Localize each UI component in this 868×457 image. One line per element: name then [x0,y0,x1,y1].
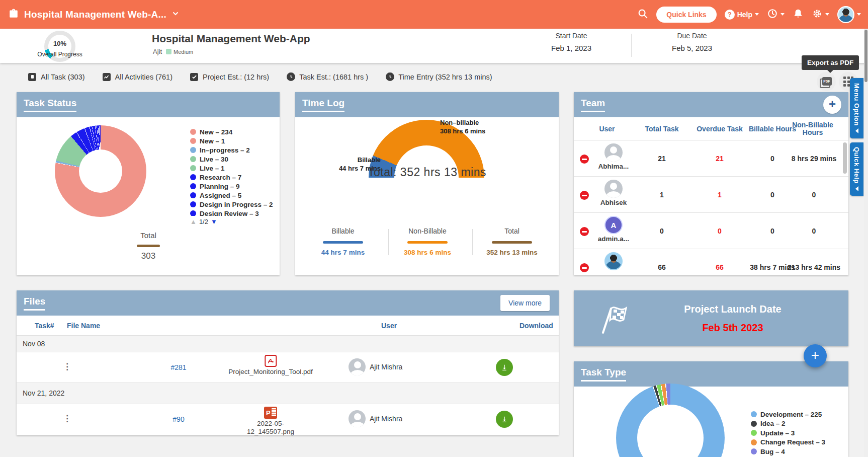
launch-date: Feb 5th 2023 [632,322,833,334]
tab-label: Task Est.: (1681 hrs ) [299,73,368,81]
legend-item[interactable]: Live – 1 [190,164,273,173]
floating-add-button[interactable] [804,344,827,367]
remove-member-button[interactable] [580,155,589,164]
task-status-donut-chart [55,125,146,217]
legend-item[interactable]: Idea – 2 [751,419,825,429]
pdf-file-icon [265,355,277,367]
legend-dot [190,192,196,198]
legend-dot [190,147,196,153]
task-square-icon [28,72,37,82]
remove-member-button[interactable] [580,263,589,272]
col-total-task: Total Task [639,117,684,140]
clock-icon [767,8,778,21]
task-status-total: Total 303 [113,231,184,261]
project-launch-card: Project Launch Date Feb 5th 2023 [574,290,848,346]
team-scrollbar[interactable] [843,142,847,174]
legend-dot [190,183,196,189]
activity-chart-icon [102,72,111,82]
due-date-value: Feb 5, 2023 [652,44,732,52]
billable-stat: Billable 44 hrs 7 mins [305,227,381,256]
tab-all-activities[interactable]: All Activities (761) [102,72,172,82]
legend-item[interactable]: Live – 30 [190,155,273,164]
row-menu-kebab-icon[interactable] [63,413,71,424]
time-menu[interactable] [767,8,785,21]
legend-item[interactable]: In–progress – 2 [190,145,273,155]
avatar [604,143,623,162]
user-avatar [837,6,854,23]
avatar [604,180,623,198]
start-date: Start Date Feb 1, 2023 [531,32,612,52]
legend-item[interactable]: Change Request – 3 [751,438,825,447]
tab-all-task[interactable]: All Task (303) [28,72,85,82]
priority-label: Medium [173,49,193,55]
export-pdf-button[interactable]: PDF [817,72,836,91]
start-date-label: Start Date [531,32,612,40]
legend-dot [190,201,196,207]
page-title: Hospital Management Web-App [152,33,310,45]
pdf-icon: PDF [821,77,832,87]
total-underline [137,245,160,247]
user-menu[interactable] [837,6,861,23]
task-number-link[interactable]: #90 [172,404,184,434]
task-number-link[interactable]: #281 [170,352,186,383]
legend-dot [751,430,757,436]
menu-option-tab[interactable]: Menu Option [850,78,863,138]
project-owner: Ajit [153,48,162,55]
help-label: Help [737,11,752,19]
legend-item[interactable]: Bug – 4 [751,447,825,456]
legend-dot [190,174,196,180]
table-row: Abhisek 1 1 0 0 [574,177,848,213]
row-menu-kebab-icon[interactable] [63,361,71,372]
team-table-header: User Total Task Overdue Task Billable Ho… [574,117,848,140]
page-scrollbar[interactable] [864,29,868,457]
file-cell: Project_Monitoring_Tool.pdf [228,355,312,376]
legend-item[interactable]: Update – 3 [751,428,825,438]
time-log-stats: Billable 44 hrs 7 mins Non-Billable 308 … [295,227,559,262]
col-user: User [381,316,397,336]
legend-page-up-icon[interactable]: ▲ [190,218,197,225]
legend-item[interactable]: Research – 7 [190,173,273,182]
legend-item[interactable]: Design in Progress – 2 [190,200,273,209]
chevron-down-icon[interactable] [171,10,180,20]
remove-member-button[interactable] [580,227,589,236]
team-title: Team [581,98,605,112]
settings-menu[interactable] [812,8,829,21]
caret-down-icon [857,13,861,16]
time-log-total: Total: 352 hrs 13 mins [326,166,528,179]
col-download: Download [519,316,553,336]
help-menu[interactable]: Help [725,10,759,20]
add-team-member-button[interactable] [823,96,841,114]
legend-item[interactable]: Design Review – 3 [190,209,273,216]
quick-links-button[interactable]: Quick Links [656,7,716,23]
avatar [349,410,366,427]
tab-time-entry[interactable]: Time Entry (352 hrs 13 mins) [385,72,492,82]
notifications-bell-icon[interactable] [793,8,804,21]
help-icon [725,10,735,20]
legend-dot [190,165,196,171]
search-icon[interactable] [637,8,648,21]
legend-dot [190,210,196,216]
legend-item[interactable]: Development – 225 [751,410,825,419]
avatar [349,358,366,375]
divider [472,229,473,255]
scrollbar-thumb[interactable] [864,30,867,82]
legend-item[interactable]: New – 1 [190,136,273,145]
launch-title: Project Launch Date [632,303,833,315]
task-type-title: Task Type [581,367,626,382]
legend-page-down-icon[interactable]: ▼ [211,218,217,225]
legend-item[interactable]: Planning – 9 [190,182,273,191]
download-button[interactable] [496,359,513,376]
priority-chip: Medium [166,49,193,55]
file-user: Ajit Mishra [349,358,402,375]
tab-label: All Task (303) [41,73,85,81]
file-cell: 2022-05-12_145507.png [243,407,298,435]
legend-item[interactable]: New – 234 [190,127,273,136]
tab-task-est[interactable]: Task Est.: (1681 hrs ) [286,72,368,82]
export-pdf-tooltip: Export as PDF [802,55,859,70]
legend-item[interactable]: Assigned – 5 [190,191,273,200]
quick-help-tab[interactable]: Quick Help [850,142,863,196]
download-button[interactable] [496,411,513,428]
remove-member-button[interactable] [580,191,589,200]
tab-project-est[interactable]: Project Est.: (12 hrs) [190,72,269,82]
view-more-button[interactable]: View more [500,295,550,311]
